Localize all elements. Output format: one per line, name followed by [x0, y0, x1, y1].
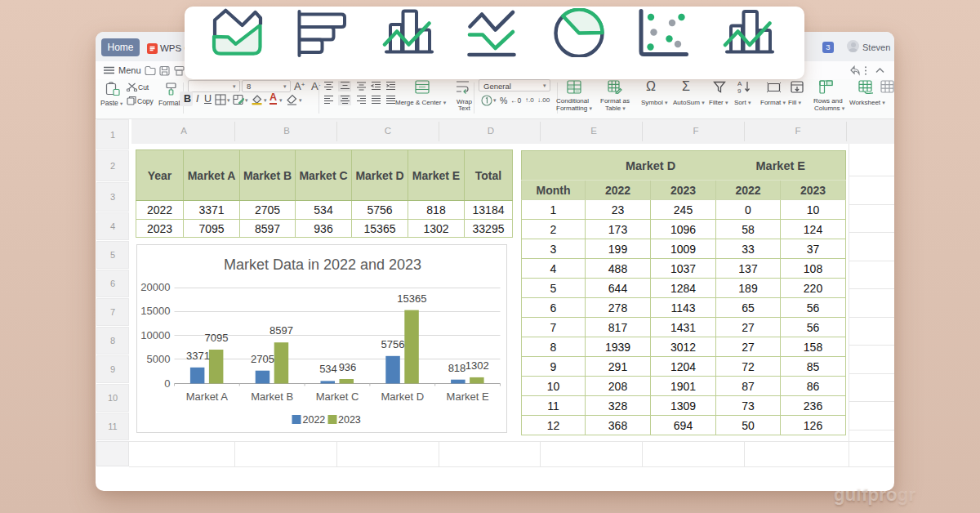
svg-text:818: 818: [448, 362, 466, 374]
svg-text:7095: 7095: [205, 332, 229, 344]
svg-text:Market C: Market C: [316, 390, 359, 403]
svg-text:15365: 15365: [397, 292, 426, 305]
svg-text:2023: 2023: [338, 414, 361, 426]
svg-text:10000: 10000: [140, 329, 170, 341]
svg-text:0: 0: [164, 377, 170, 390]
svg-text:2705: 2705: [251, 353, 274, 365]
svg-text:Market A: Market A: [186, 390, 229, 403]
svg-text:Market Data in 2022 and 2023: Market Data in 2022 and 2023: [224, 256, 421, 273]
svg-text:Market E: Market E: [447, 390, 489, 403]
svg-text:1302: 1302: [466, 359, 489, 372]
svg-text:15000: 15000: [140, 305, 170, 317]
svg-text:Market B: Market B: [251, 390, 293, 403]
svg-text:Market D: Market D: [381, 390, 424, 403]
svg-text:8597: 8597: [270, 324, 293, 337]
svg-text:936: 936: [339, 361, 357, 373]
svg-text:2022: 2022: [303, 414, 326, 426]
svg-text:9: 9: [737, 87, 742, 94]
svg-text:5756: 5756: [381, 338, 405, 350]
svg-text:3371: 3371: [186, 350, 210, 362]
svg-text:5000: 5000: [147, 353, 171, 365]
svg-text:534: 534: [319, 363, 337, 375]
svg-text:20000: 20000: [140, 281, 170, 293]
